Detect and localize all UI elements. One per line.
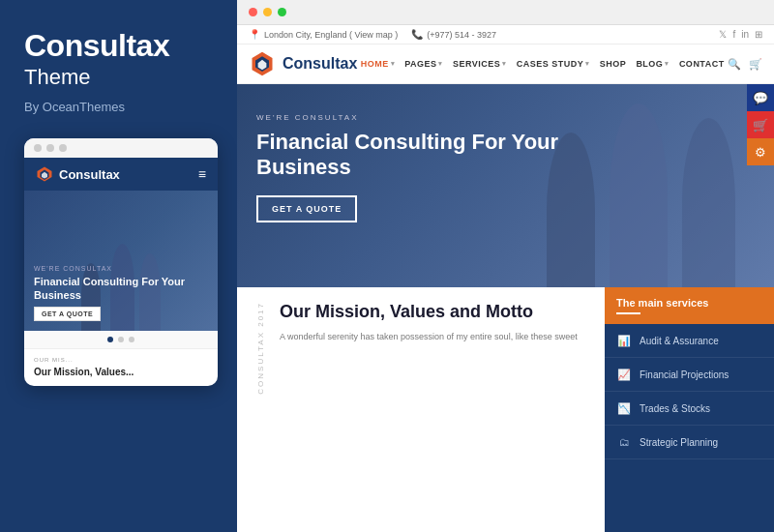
service-name-audit: Audit & Assurance [640,336,719,346]
left-panel: Consultax Theme By OceanThemes Consultax… [0,0,237,532]
carousel-dot-1[interactable] [107,337,113,342]
float-chat-icon[interactable]: 💬 [747,84,774,111]
hero-cta-button[interactable]: GET A QUOTE [256,195,357,222]
twitter-icon[interactable]: 𝕏 [719,29,727,40]
site-logo-text: Consultax [283,55,357,73]
mobile-section-label: OUR MIS... [34,357,208,363]
location-pin-icon: 📍 [249,29,260,40]
search-icon[interactable]: 🔍 [728,58,741,71]
financial-icon: 📈 [616,367,632,382]
location-text: London City, England ( View map ) [264,30,398,40]
hero-title: Financial Consulting For Your Business [256,130,566,181]
topbar-social-icons: 𝕏 f in ⊞ [719,29,762,40]
float-cart-icon[interactable]: 🛒 [747,111,774,138]
year-label: CONSULTAX 2017 [256,302,265,399]
mobile-logo-icon [36,165,53,183]
service-item-strategic[interactable]: 🗂 Strategic Planning [605,426,774,459]
mission-text: A wonderful serenity has taken possessio… [280,331,585,344]
services-underline [616,312,640,314]
nav-home[interactable]: HOME ▾ [361,59,396,69]
audit-icon: 📊 [616,333,632,348]
browser-close-dot[interactable] [249,8,257,16]
site-hero: WE'RE CONSULTAX Financial Consulting For… [237,84,774,287]
nav-blog[interactable]: BLOG ▾ [636,59,670,69]
hero-content: WE'RE CONSULTAX Financial Consulting For… [237,84,774,251]
service-item-financial[interactable]: 📈 Financial Projections [605,358,774,392]
site-logo: Consultax [249,50,357,77]
mobile-dot-2 [46,144,54,152]
service-item-trades[interactable]: 📉 Trades & Stocks [605,392,774,426]
mobile-hamburger-icon[interactable]: ≡ [198,166,206,182]
mobile-hero-label: WE'RE CONSULTAX [34,265,208,272]
site-navbar: Consultax HOME ▾ PAGES ▾ SERVICES ▾ CASE… [237,44,774,84]
mobile-dot-1 [34,144,42,152]
strategic-icon: 🗂 [616,434,632,450]
mobile-header: Consultax ≡ [24,158,218,191]
browser-minimize-dot[interactable] [263,8,272,16]
phone-text: (+977) 514 - 3927 [427,30,496,40]
services-panel: The main services 📊 Audit & Assurance 📈 … [605,287,774,532]
mobile-cta-button[interactable]: GET A QUOTE [34,307,101,321]
trades-icon: 📉 [616,400,632,416]
browser-maximize-dot[interactable] [278,8,286,16]
cart-icon[interactable]: 🛒 [749,58,762,71]
mobile-hero-title: Financial Consulting For Your Business [34,275,208,303]
mobile-logo: Consultax [36,165,120,183]
nav-cases-study[interactable]: CASES STUDY ▾ [517,59,590,69]
nav-shop[interactable]: SHOP [600,59,627,69]
mobile-dot-3 [59,144,67,152]
site-nav-links: HOME ▾ PAGES ▾ SERVICES ▾ CASES STUDY ▾ … [361,59,725,69]
nav-services[interactable]: SERVICES ▾ [453,59,507,69]
site-logo-icon [249,50,276,77]
site-bottom: CONSULTAX 2017 Our Mission, Values and M… [237,287,774,532]
services-title: The main services [616,297,762,309]
theme-title: Consultax [24,29,213,63]
float-settings-icon[interactable]: ⚙ [747,138,774,165]
rss-icon[interactable]: ⊞ [755,29,762,40]
linkedin-icon[interactable]: in [741,29,749,40]
nav-pages[interactable]: PAGES ▾ [404,59,443,69]
topbar-location: 📍 London City, England ( View map ) 📞 (+… [249,29,496,40]
phone-icon: 📞 [411,29,423,40]
service-name-financial: Financial Projections [640,369,729,380]
theme-author: By OceanThemes [24,100,213,114]
browser-chrome [237,0,774,25]
services-header: The main services [605,287,774,324]
mobile-section-title: Our Mission, Values... [34,366,208,378]
carousel-dot-3[interactable] [129,337,134,342]
facebook-icon[interactable]: f [732,29,735,40]
service-name-trades: Trades & Stocks [640,403,710,414]
mobile-mockup: Consultax ≡ WE'RE CONSULTAX Financial Co… [24,138,218,386]
hero-label: WE'RE CONSULTAX [256,113,755,122]
mission-section: CONSULTAX 2017 Our Mission, Values and M… [237,287,605,532]
service-item-audit[interactable]: 📊 Audit & Assurance [605,324,774,358]
service-name-strategic: Strategic Planning [640,437,718,448]
mobile-hero: WE'RE CONSULTAX Financial Consulting For… [24,191,218,331]
mission-content: Our Mission, Values and Motto A wonderfu… [280,302,585,343]
site-topbar: 📍 London City, England ( View map ) 📞 (+… [237,25,774,44]
nav-utility-icons: 🔍 🛒 [728,58,762,71]
mission-title: Our Mission, Values and Motto [280,302,585,323]
nav-contact[interactable]: CONTACT [679,59,725,69]
mobile-browser-bar [24,138,218,158]
theme-subtitle: Theme [24,65,213,90]
floating-sidebar: 💬 🛒 ⚙ [747,84,774,287]
mobile-bottom-section: OUR MIS... Our Mission, Values... [24,348,218,386]
mobile-carousel-dots [24,331,218,348]
browser-mockup: 📍 London City, England ( View map ) 📞 (+… [237,0,774,532]
mobile-logo-text: Consultax [59,167,120,182]
carousel-dot-2[interactable] [118,337,124,342]
